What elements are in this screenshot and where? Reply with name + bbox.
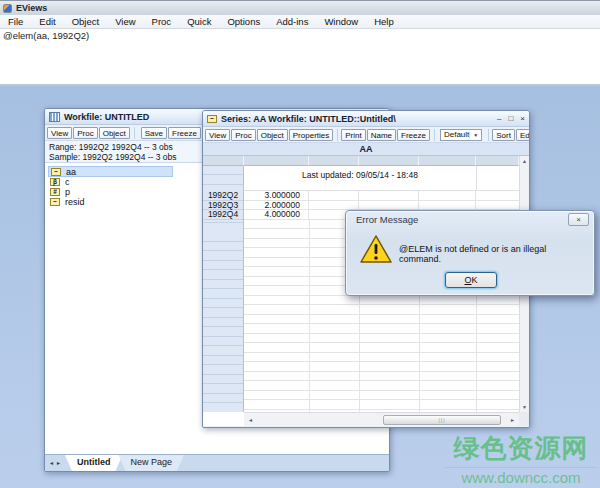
- view-selector-dropdown[interactable]: Default ▼: [440, 129, 482, 141]
- eviews-logo-icon: [3, 4, 12, 13]
- series-object-icon: ~: [51, 168, 61, 176]
- close-icon[interactable]: ×: [520, 114, 525, 123]
- object-item-resid[interactable]: ~ resid: [48, 197, 173, 207]
- empty-cell: [359, 191, 419, 201]
- tab-next-icon[interactable]: ►: [56, 460, 61, 466]
- menu-help[interactable]: Help: [366, 16, 402, 27]
- series-title-bar[interactable]: ~ Series: AA Workfile: UNTITLED::Untitle…: [203, 111, 529, 127]
- close-icon[interactable]: ×: [568, 213, 589, 226]
- object-name: resid: [65, 197, 85, 207]
- menu-file[interactable]: File: [0, 16, 31, 27]
- resize-grip[interactable]: [519, 412, 529, 426]
- object-item-aa[interactable]: ~ aa: [48, 166, 173, 177]
- grid-line: [309, 220, 310, 413]
- ok-label: K: [472, 275, 478, 285]
- watermark-site-url: www.downcc.com: [445, 468, 597, 486]
- scroll-down-icon[interactable]: ▼: [520, 402, 530, 412]
- workfile-proc-button[interactable]: Proc: [73, 127, 97, 139]
- scroll-right-icon[interactable]: ►: [507, 414, 518, 426]
- mdi-workspace: 绿色资源网 www.downcc.com Workfile: UNTITLED …: [0, 86, 600, 488]
- series-edit-button[interactable]: Edit+/-: [516, 129, 529, 141]
- series-freeze-button[interactable]: Freeze: [397, 129, 430, 141]
- header-cell: [309, 156, 359, 166]
- toolbar-separator: [134, 127, 138, 139]
- menu-object[interactable]: Object: [64, 16, 107, 27]
- chevron-down-icon: ▼: [469, 132, 481, 138]
- workfile-title: Workfile: UNTITLED: [64, 112, 149, 122]
- toolbar-separator: [434, 129, 435, 141]
- menu-options[interactable]: Options: [219, 16, 268, 27]
- maximize-icon[interactable]: □: [508, 114, 513, 123]
- tab-prev-icon[interactable]: ◄: [49, 460, 54, 466]
- header-cell: [419, 156, 476, 166]
- spreadsheet-header-row: [203, 156, 519, 166]
- last-updated-text: Last updated: 09/05/14 - 18:48: [244, 166, 476, 190]
- series-view-button[interactable]: View: [205, 129, 230, 141]
- app-title: EViews: [16, 3, 47, 13]
- coef-object-icon: β: [50, 178, 60, 186]
- workfile-icon: [49, 112, 60, 122]
- menu-bar: File Edit Object View Proc Quick Options…: [0, 15, 600, 29]
- series-object-button[interactable]: Object: [257, 129, 288, 141]
- cell-value: 4.000000: [244, 210, 309, 220]
- watermark: 绿色资源网 www.downcc.com: [445, 431, 597, 486]
- dialog-title: Error Message: [356, 214, 418, 225]
- ok-button[interactable]: OK: [445, 272, 497, 288]
- object-item-p[interactable]: # p: [48, 187, 173, 197]
- series-print-button[interactable]: Print: [341, 129, 365, 141]
- header-cell: [244, 156, 309, 166]
- empty-cell: [419, 201, 476, 211]
- menu-addins[interactable]: Add-ins: [268, 16, 316, 27]
- menu-proc[interactable]: Proc: [144, 16, 180, 27]
- dialog-title-bar[interactable]: Error Message ×: [346, 211, 594, 228]
- toolbar-separator: [337, 129, 338, 141]
- workfile-view-button[interactable]: View: [47, 127, 72, 139]
- window-bottom-edge: [203, 426, 529, 427]
- series-properties-button[interactable]: Properties: [289, 129, 333, 141]
- series-proc-button[interactable]: Proc: [231, 129, 255, 141]
- empty-cell: [419, 191, 476, 201]
- main-title-bar: EViews: [0, 0, 600, 15]
- eviews-application: EViews File Edit Object View Proc Quick …: [0, 0, 600, 488]
- series-sort-button[interactable]: Sort: [492, 129, 515, 141]
- tab-new-page[interactable]: New Page: [118, 455, 184, 471]
- menu-window[interactable]: Window: [316, 16, 366, 27]
- scroll-left-icon[interactable]: ◄: [245, 414, 256, 426]
- series-column-header: AA: [203, 143, 529, 156]
- workfile-page-tabs: ◄ ► Untitled New Page: [45, 454, 389, 471]
- command-window[interactable]: @elem(aa, 1992Q2): [0, 29, 600, 86]
- series-name-button[interactable]: Name: [367, 129, 396, 141]
- error-message-text: @ELEM is not defined or is an illegal co…: [399, 244, 588, 264]
- header-cell: [203, 156, 244, 166]
- scroll-up-icon[interactable]: ▲: [520, 156, 530, 166]
- object-name: p: [65, 187, 70, 197]
- menu-edit[interactable]: Edit: [31, 16, 63, 27]
- series-title: Series: AA Workfile: UNTITLED::Untitled\: [221, 114, 396, 124]
- menu-quick[interactable]: Quick: [179, 16, 219, 27]
- tab-nav: ◄ ►: [45, 455, 65, 471]
- workfile-freeze-button[interactable]: Freeze: [168, 127, 201, 139]
- series-toolbar: View Proc Object Properties Print Name F…: [203, 127, 529, 143]
- minimize-icon[interactable]: –: [497, 114, 501, 123]
- empty-cell: [476, 201, 519, 211]
- scrollbar-thumb[interactable]: |||: [383, 415, 501, 425]
- error-message-dialog: Error Message × @ELEM is not defined or …: [345, 210, 595, 296]
- header-cell: [476, 156, 519, 166]
- last-updated-row: Last updated: 09/05/14 - 18:48: [244, 166, 519, 191]
- command-text: @elem(aa, 1992Q2): [3, 30, 89, 41]
- tab-untitled[interactable]: Untitled: [65, 455, 123, 471]
- header-cell: [359, 156, 419, 166]
- workfile-save-button[interactable]: Save: [141, 127, 167, 139]
- empty-cell: [476, 191, 519, 201]
- warning-icon: [360, 235, 392, 264]
- pool-object-icon: #: [50, 188, 60, 196]
- workfile-object-button[interactable]: Object: [99, 127, 130, 139]
- object-name: c: [65, 177, 70, 187]
- menu-view[interactable]: View: [107, 16, 143, 27]
- object-item-c[interactable]: β c: [48, 177, 173, 187]
- view-selector-value: Default: [444, 130, 469, 139]
- series-window-controls: – □ ×: [497, 114, 525, 123]
- horizontal-scrollbar[interactable]: ◄ ||| ►: [244, 412, 519, 426]
- empty-cell: [359, 201, 419, 211]
- empty-cell: [476, 166, 519, 190]
